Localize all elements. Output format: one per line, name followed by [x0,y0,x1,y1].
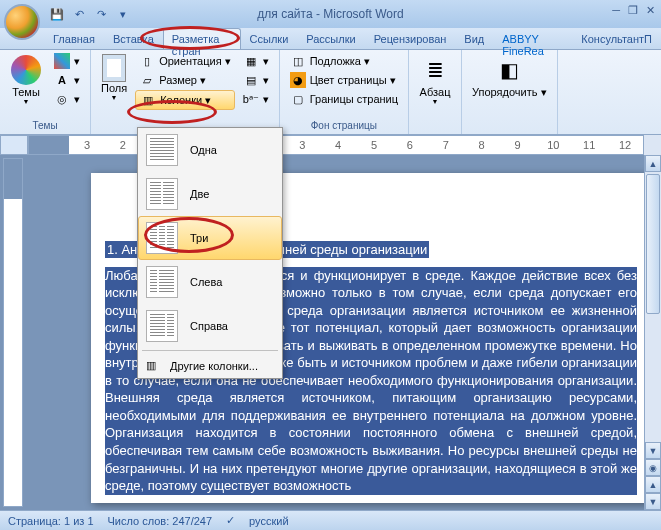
theme-colors-button[interactable]: ▾ [50,52,84,70]
tab-page-layout[interactable]: Разметка стран [163,28,241,49]
ribbon: Темы ▼ ▾ A▾ ◎▾ Темы Поля ▼ ▯Ориентация ▾… [0,50,661,135]
theme-effects-button[interactable]: ◎▾ [50,90,84,108]
left-column-icon [146,266,178,298]
next-page-button[interactable]: ▼ [645,493,661,510]
columns-right[interactable]: Справа [138,304,282,348]
page-color-button[interactable]: ◕Цвет страницы ▾ [286,71,402,89]
tab-insert[interactable]: Вставка [104,28,163,49]
themes-button[interactable]: Темы ▼ [6,52,46,107]
undo-icon[interactable]: ↶ [70,5,88,23]
paragraph-icon: ≣ [419,54,451,86]
line-numbers-icon: ▤ [243,72,259,88]
paragraph-button[interactable]: ≣ Абзац ▼ [415,52,455,107]
horizontal-ruler-area: 321123456789101112 [0,135,661,155]
margins-button[interactable]: Поля ▼ [97,52,131,103]
group-paragraph: ≣ Абзац ▼ [409,50,462,134]
watermark-icon: ◫ [290,53,306,69]
tab-references[interactable]: Ссылки [241,28,298,49]
prev-page-button[interactable]: ◉ [645,459,661,476]
one-column-icon [146,134,178,166]
margins-icon [102,54,126,82]
browse-object-button[interactable]: ▲ [645,476,661,493]
theme-fonts-button[interactable]: A▾ [50,71,84,89]
tab-abbyy[interactable]: ABBYY FineRea [493,28,572,49]
horizontal-ruler[interactable]: 321123456789101112 [28,135,644,155]
group-themes: Темы ▼ ▾ A▾ ◎▾ Темы [0,50,91,134]
quick-access-toolbar: 💾 ↶ ↷ ▾ [48,5,132,23]
scroll-thumb[interactable] [646,174,660,314]
hyphenation-icon: bᵃ⁻ [243,91,259,107]
office-button[interactable] [4,4,40,40]
spell-check-icon[interactable]: ✓ [226,514,235,527]
redo-icon[interactable]: ↷ [92,5,110,23]
page-borders-button[interactable]: ▢Границы страниц [286,90,402,108]
scroll-up-button[interactable]: ▲ [645,155,661,172]
vertical-scrollbar[interactable]: ▲ ▼ ◉ ▲ ▼ [644,155,661,510]
page-color-icon: ◕ [290,72,306,88]
breaks-button[interactable]: ▦▾ [239,52,273,70]
minimize-button[interactable]: ─ [612,4,620,17]
themes-icon [11,55,41,85]
arrange-icon: ◧ [493,54,525,86]
colors-icon [54,53,70,69]
columns-button[interactable]: ▥Колонки ▾ [135,90,235,110]
status-bar: Страница: 1 из 1 Число слов: 247/247 ✓ р… [0,510,661,530]
watermark-button[interactable]: ◫Подложка ▾ [286,52,402,70]
tab-home[interactable]: Главная [44,28,104,49]
columns-one[interactable]: Одна [138,128,282,172]
title-bar: 💾 ↶ ↷ ▾ для сайта - Microsoft Word ─ ❐ ✕ [0,0,661,28]
language-status[interactable]: русский [249,515,288,527]
breaks-icon: ▦ [243,53,259,69]
maximize-button[interactable]: ❐ [628,4,638,17]
line-numbers-button[interactable]: ▤▾ [239,71,273,89]
group-page-setup: Поля ▼ ▯Ориентация ▾ ▱Размер ▾ ▥Колонки … [91,50,280,134]
close-button[interactable]: ✕ [646,4,655,17]
orientation-icon: ▯ [139,53,155,69]
vertical-ruler[interactable] [3,158,23,507]
arrange-button[interactable]: ◧ Упорядочить ▾ [468,52,551,101]
fonts-icon: A [54,72,70,88]
more-columns-icon: ▥ [146,359,162,372]
size-icon: ▱ [139,72,155,88]
document-area: 1. Анализ внешней и внутренней среды орг… [0,155,661,510]
scroll-down-button[interactable]: ▼ [645,442,661,459]
borders-icon: ▢ [290,91,306,107]
tab-view[interactable]: Вид [455,28,493,49]
three-column-icon [146,222,178,254]
hyphenation-button[interactable]: bᵃ⁻▾ [239,90,273,108]
ribbon-tabs: Главная Вставка Разметка стран Ссылки Ра… [0,28,661,50]
columns-left[interactable]: Слева [138,260,282,304]
tab-consultant[interactable]: КонсультантП [572,28,661,49]
tab-review[interactable]: Рецензирован [365,28,456,49]
columns-more[interactable]: ▥ Другие колонки... [138,353,282,378]
window-title: для сайта - Microsoft Word [257,7,403,21]
columns-icon: ▥ [140,92,156,108]
save-icon[interactable]: 💾 [48,5,66,23]
columns-three[interactable]: Три [138,216,282,260]
columns-dropdown: Одна Две Три Слева Справа ▥ Другие колон… [137,127,283,379]
two-column-icon [146,178,178,210]
group-arrange: ◧ Упорядочить ▾ [462,50,558,134]
group-page-background: ◫Подложка ▾ ◕Цвет страницы ▾ ▢Границы ст… [280,50,409,134]
effects-icon: ◎ [54,91,70,107]
orientation-button[interactable]: ▯Ориентация ▾ [135,52,235,70]
size-button[interactable]: ▱Размер ▾ [135,71,235,89]
tab-mailings[interactable]: Рассылки [297,28,364,49]
right-column-icon [146,310,178,342]
word-count[interactable]: Число слов: 247/247 [108,515,213,527]
ruler-corner[interactable] [0,135,28,155]
columns-two[interactable]: Две [138,172,282,216]
page-status[interactable]: Страница: 1 из 1 [8,515,94,527]
qat-customize-icon[interactable]: ▾ [114,5,132,23]
